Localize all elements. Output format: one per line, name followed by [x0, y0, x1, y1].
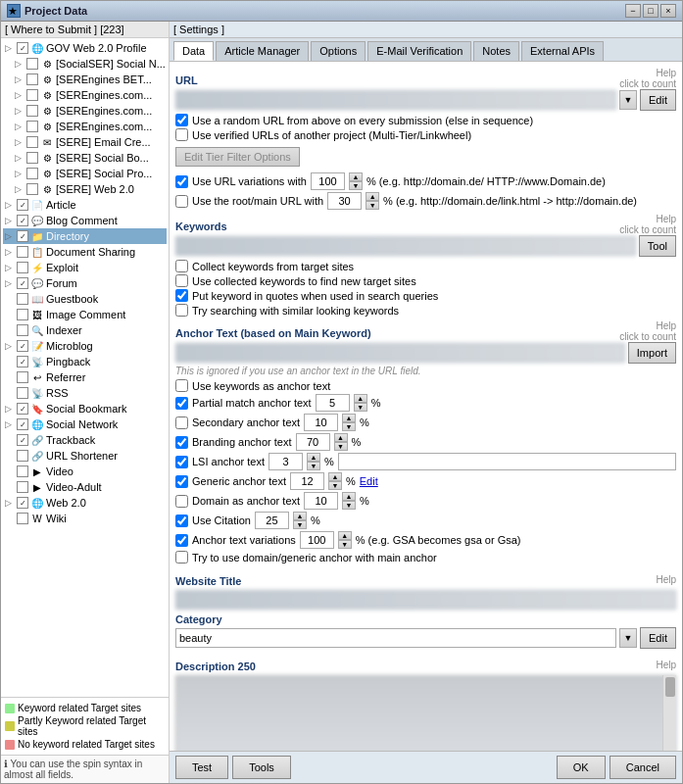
use-citation-down[interactable]: ▼ — [293, 520, 307, 529]
tree-item-seresob[interactable]: ▷ ⚙ [SERE] Social Bo... — [3, 150, 167, 166]
anchor-help-link[interactable]: Help — [656, 320, 676, 331]
checkbox-seresob[interactable] — [26, 152, 38, 164]
tier-filter-button[interactable]: Edit Tier Filter Options — [175, 147, 300, 167]
expander-seresop[interactable]: ▷ — [15, 169, 26, 178]
checkbox-pingback[interactable] — [17, 356, 28, 368]
secondary-anchor-checkbox[interactable] — [175, 416, 188, 429]
secondary-anchor-input[interactable] — [304, 414, 338, 431]
tree-item-videoadult[interactable]: ▶ Video-Adult — [3, 479, 167, 495]
keywords-click-to-count[interactable]: click to count — [619, 224, 676, 235]
checkbox-article[interactable] — [17, 199, 28, 211]
tree-item-socialbookmark[interactable]: ▷ 🔖 Social Bookmark — [3, 401, 167, 416]
tree-item-imagecomment[interactable]: 🖼 Image Comment — [3, 307, 167, 322]
tree-item-pingback[interactable]: 📡 Pingback — [3, 354, 167, 369]
branding-anchor-up[interactable]: ▲ — [334, 433, 348, 442]
use-citation-up[interactable]: ▲ — [293, 512, 307, 520]
tree-item-sercom3[interactable]: ▷ ⚙ [SEREngines.com... — [3, 119, 167, 134]
checkbox-indexer[interactable] — [17, 324, 28, 336]
description-textarea[interactable] — [175, 675, 676, 751]
checkbox-rss[interactable] — [17, 387, 28, 399]
anchor-variations-up[interactable]: ▲ — [338, 531, 352, 540]
url-dropdown-button[interactable]: ▼ — [619, 90, 637, 110]
expander-serbet[interactable]: ▷ — [15, 74, 26, 84]
branding-anchor-down[interactable]: ▼ — [334, 442, 348, 451]
expander-sercom2[interactable]: ▷ — [15, 106, 26, 116]
anchor-click-to-count[interactable]: click to count — [619, 331, 676, 342]
tree-item-seresop[interactable]: ▷ ⚙ [SERE] Social Pro... — [3, 166, 167, 181]
checkbox-forum[interactable] — [17, 277, 28, 289]
close-button[interactable]: × — [660, 4, 676, 18]
category-input[interactable] — [175, 628, 616, 648]
url-variations-checkbox[interactable] — [175, 175, 188, 188]
expander-serecre[interactable]: ▷ — [15, 137, 26, 147]
checkbox-docsharing[interactable] — [17, 246, 28, 258]
checkbox-gov[interactable] — [17, 42, 28, 54]
use-keywords-anchor-checkbox[interactable] — [175, 379, 188, 392]
tab-options[interactable]: Options — [311, 41, 366, 61]
expander-web20[interactable]: ▷ — [5, 498, 17, 508]
tab-data[interactable]: Data — [173, 41, 214, 61]
secondary-anchor-down[interactable]: ▼ — [342, 422, 356, 431]
tab-email-verification[interactable]: E-Mail Verification — [367, 41, 471, 61]
tree-item-blogcomment[interactable]: ▷ 💬 Blog Comment — [3, 213, 167, 228]
url-variations-input[interactable] — [311, 172, 345, 190]
tree-item-exploit[interactable]: ▷ ⚡ Exploit — [3, 260, 167, 275]
anchor-import-button[interactable]: Import — [628, 342, 676, 364]
url-variations-down[interactable]: ▼ — [349, 181, 363, 190]
tree-item-referrer[interactable]: ↩ Referrer — [3, 369, 167, 385]
tools-button[interactable]: Tools — [232, 756, 291, 779]
expander-forum[interactable]: ▷ — [5, 278, 17, 288]
url-variations-up[interactable]: ▲ — [349, 172, 363, 181]
lsi-anchor-input[interactable] — [268, 453, 303, 470]
generic-anchor-edit-link[interactable]: Edit — [360, 475, 378, 487]
partial-match-checkbox[interactable] — [175, 397, 188, 410]
checkbox-web20[interactable] — [17, 497, 28, 509]
category-dropdown-button[interactable]: ▼ — [619, 628, 637, 648]
url-edit-button[interactable]: Edit — [640, 89, 676, 111]
tree-item-socialnetwork[interactable]: ▷ 🌐 Social Network — [3, 416, 167, 432]
website-title-help[interactable]: Help — [656, 574, 676, 585]
checkbox-wiki[interactable] — [17, 513, 28, 524]
verified-url-checkbox[interactable] — [175, 128, 188, 141]
expander-article[interactable]: ▷ — [5, 200, 17, 210]
tree-item-socialser[interactable]: ▷ ⚙ [SocialSER] Social N... — [3, 56, 167, 72]
checkbox-referrer[interactable] — [17, 371, 28, 383]
checkbox-sercom2[interactable] — [26, 105, 38, 117]
tree-item-wiki[interactable]: W Wiki — [3, 511, 167, 526]
secondary-anchor-up[interactable]: ▲ — [342, 414, 356, 422]
checkbox-blogcomment[interactable] — [17, 215, 28, 226]
tree-item-urlshortener[interactable]: 🔗 URL Shortener — [3, 448, 167, 464]
generic-anchor-down[interactable]: ▼ — [328, 481, 342, 490]
use-citation-input[interactable] — [255, 512, 289, 529]
keywords-tool-button[interactable]: Tool — [639, 235, 676, 257]
expander-microblog[interactable]: ▷ — [5, 341, 17, 351]
anchor-variations-input[interactable] — [300, 531, 334, 549]
tree-item-rss[interactable]: 📡 RSS — [3, 385, 167, 401]
tree-item-sercom1[interactable]: ▷ ⚙ [SEREngines.com... — [3, 87, 167, 103]
use-collected-checkbox[interactable] — [175, 274, 188, 287]
url-help-link[interactable]: Help — [656, 68, 676, 78]
lsi-anchor-up[interactable]: ▲ — [307, 453, 320, 462]
tree-item-directory[interactable]: ▷ 📁 Directory — [3, 228, 167, 244]
checkbox-video[interactable] — [17, 466, 28, 477]
tree-area[interactable]: ▷ 🌐 GOV Web 2.0 Profile ▷ ⚙ [SocialSER] … — [1, 38, 169, 697]
checkbox-sercom3[interactable] — [26, 121, 38, 132]
root-url-down[interactable]: ▼ — [366, 201, 379, 210]
expander-serew20[interactable]: ▷ — [15, 184, 26, 194]
branding-anchor-input[interactable] — [296, 433, 330, 451]
description-help[interactable]: Help — [656, 660, 676, 670]
root-url-input[interactable] — [327, 192, 362, 210]
partial-match-up[interactable]: ▲ — [354, 394, 367, 403]
partial-match-down[interactable]: ▼ — [354, 403, 367, 412]
expander-seresob[interactable]: ▷ — [15, 153, 26, 163]
keywords-help-link[interactable]: Help — [656, 214, 676, 224]
tree-item-microblog[interactable]: ▷ 📝 Microblog — [3, 338, 167, 354]
tab-external-apis[interactable]: External APIs — [521, 41, 604, 61]
lsi-anchor-text-input[interactable] — [338, 453, 676, 470]
put-quotes-checkbox[interactable] — [175, 289, 188, 302]
desc-scrollbar[interactable] — [662, 675, 676, 751]
test-button[interactable]: Test — [175, 756, 228, 779]
expander-exploit[interactable]: ▷ — [5, 263, 17, 272]
expander-docsharing[interactable]: ▷ — [5, 247, 17, 257]
tree-item-sercom2[interactable]: ▷ ⚙ [SEREngines.com... — [3, 103, 167, 119]
